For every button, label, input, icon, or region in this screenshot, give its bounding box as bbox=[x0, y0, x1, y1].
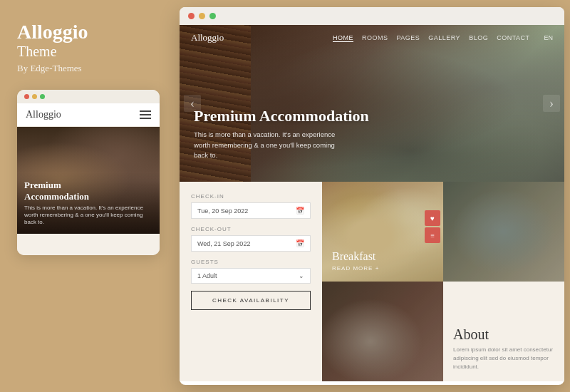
detail-image-panel bbox=[322, 282, 443, 381]
booking-panel: CHECK-IN Tue, 20 Sep 2022 📅 CHECK-OUT We… bbox=[180, 182, 322, 381]
checkin-calendar-icon: 📅 bbox=[296, 207, 304, 215]
wishlist-compare-button[interactable]: ≡ bbox=[425, 227, 440, 243]
left-panel: Alloggio Theme By Edge-Themes Alloggio P… bbox=[0, 0, 177, 392]
site-hero: Alloggio HOME ROOMS PAGES GALLERY BLOG C… bbox=[180, 25, 564, 182]
mobile-logo: Alloggio bbox=[26, 109, 61, 120]
nav-contact[interactable]: CONTACT bbox=[497, 34, 529, 42]
mobile-chrome bbox=[17, 90, 160, 103]
mobile-hero: PremiumAccommodation This is more than a… bbox=[17, 127, 160, 234]
browser-window: Alloggio HOME ROOMS PAGES GALLERY BLOG C… bbox=[180, 7, 564, 385]
checkout-value: Wed, 21 Sep 2022 bbox=[197, 240, 250, 247]
mobile-hero-text: This is more than a vacation. It's an ex… bbox=[24, 205, 152, 227]
guests-select[interactable]: 1 Adult ⌄ bbox=[191, 268, 311, 284]
about-body-text: Lorem ipsum dolor sit amet consectetur a… bbox=[453, 346, 554, 371]
content-image-grid: Breakfast READ MORE + ♥ ≡ About Lo bbox=[322, 182, 564, 381]
mobile-dot-red bbox=[24, 94, 29, 99]
guests-label: GUESTS bbox=[191, 259, 311, 265]
hero-title: Premium Accommodation bbox=[194, 107, 369, 125]
hero-next-arrow[interactable]: › bbox=[543, 95, 560, 112]
checkout-input[interactable]: Wed, 21 Sep 2022 📅 bbox=[191, 235, 311, 252]
browser-dot-yellow[interactable] bbox=[199, 13, 205, 19]
nav-rooms[interactable]: ROOMS bbox=[362, 34, 388, 42]
nav-pages[interactable]: PAGES bbox=[396, 34, 420, 42]
about-panel: About Lorem ipsum dolor sit amet consect… bbox=[443, 282, 564, 381]
room-overlay bbox=[443, 182, 564, 282]
checkout-calendar-icon: 📅 bbox=[296, 239, 304, 247]
nav-menu: HOME ROOMS PAGES GALLERY BLOG CONTACT EN bbox=[333, 34, 553, 42]
checkout-field: CHECK-OUT Wed, 21 Sep 2022 📅 bbox=[191, 226, 311, 252]
mobile-dot-green bbox=[40, 94, 45, 99]
site-logo: Alloggio bbox=[191, 32, 224, 43]
check-availability-button[interactable]: CHECK AVAILABILITY bbox=[191, 291, 311, 310]
mobile-window-controls bbox=[24, 94, 45, 99]
room-image-panel bbox=[443, 182, 564, 282]
hero-content: Premium Accommodation This is more than … bbox=[194, 107, 369, 160]
checkout-label: CHECK-OUT bbox=[191, 226, 311, 232]
wishlist-heart-button[interactable]: ♥ bbox=[425, 210, 440, 226]
mobile-hero-overlay: PremiumAccommodation This is more than a… bbox=[17, 172, 160, 233]
mobile-hero-title: PremiumAccommodation bbox=[24, 180, 152, 202]
breakfast-title: Breakfast bbox=[332, 250, 379, 263]
breakfast-text: Breakfast READ MORE + bbox=[332, 250, 379, 272]
browser-dot-green[interactable] bbox=[209, 13, 216, 19]
hamburger-line-1 bbox=[140, 110, 151, 112]
checkin-field: CHECK-IN Tue, 20 Sep 2022 📅 bbox=[191, 193, 311, 219]
hamburger-line-3 bbox=[140, 118, 151, 119]
about-title: About bbox=[453, 326, 554, 343]
nav-home[interactable]: HOME bbox=[333, 34, 353, 42]
brand-title: Alloggio Theme By Edge-Themes bbox=[17, 21, 160, 74]
detail-overlay bbox=[322, 282, 443, 381]
hero-description: This is more than a vacation. It's an ex… bbox=[194, 130, 351, 160]
nav-blog[interactable]: BLOG bbox=[469, 34, 488, 42]
mobile-dot-yellow bbox=[32, 94, 37, 99]
guests-field: GUESTS 1 Adult ⌄ bbox=[191, 259, 311, 284]
mobile-nav: Alloggio bbox=[17, 103, 160, 127]
mobile-mockup: Alloggio PremiumAccommodation This is mo… bbox=[17, 90, 160, 255]
browser-chrome bbox=[180, 7, 564, 25]
nav-language[interactable]: EN bbox=[544, 34, 553, 42]
main-content: CHECK-IN Tue, 20 Sep 2022 📅 CHECK-OUT We… bbox=[180, 182, 564, 381]
checkin-label: CHECK-IN bbox=[191, 193, 311, 200]
mobile-menu-button[interactable] bbox=[140, 110, 151, 119]
checkin-input[interactable]: Tue, 20 Sep 2022 📅 bbox=[191, 202, 311, 219]
guests-chevron-icon: ⌄ bbox=[299, 272, 304, 279]
browser-dot-red[interactable] bbox=[188, 13, 195, 19]
guests-value: 1 Adult bbox=[197, 272, 217, 279]
breakfast-read-more[interactable]: READ MORE + bbox=[332, 265, 379, 272]
checkin-value: Tue, 20 Sep 2022 bbox=[197, 207, 248, 215]
breakfast-image-panel: Breakfast READ MORE + ♥ ≡ bbox=[322, 182, 443, 282]
mobile-bottom bbox=[17, 234, 160, 255]
site-nav: Alloggio HOME ROOMS PAGES GALLERY BLOG C… bbox=[180, 25, 564, 51]
nav-gallery[interactable]: GALLERY bbox=[428, 34, 460, 42]
hamburger-line-2 bbox=[140, 114, 151, 115]
